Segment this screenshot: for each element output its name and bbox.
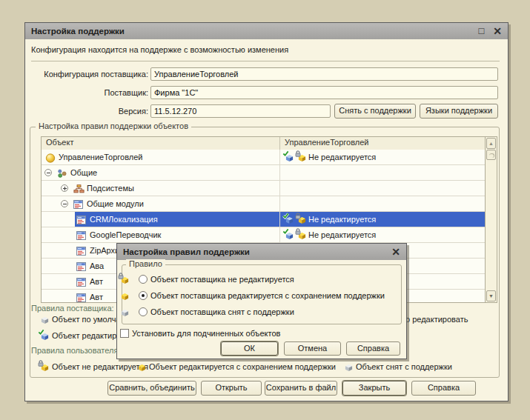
object-name: GoogleПереводчик: [90, 230, 161, 239]
module-icon: [76, 230, 87, 240]
cube-gray-icon: [119, 307, 130, 317]
close-button[interactable]: Закрыть: [342, 381, 406, 396]
close-icon[interactable]: ✕: [493, 23, 502, 39]
dialog-title: Настройка правил поддержки: [123, 247, 382, 256]
cube-gray-icon: [342, 361, 354, 372]
radio-label[interactable]: Объект поставщика не редактируется: [150, 275, 294, 284]
module-icon: [76, 292, 87, 302]
table-row-selected[interactable]: CRMЛокализация Не редактируется: [42, 212, 485, 227]
vendor-label: Поставщик:: [28, 86, 148, 99]
user-rules-title: Правила пользователя:: [31, 346, 120, 355]
module-icon: [76, 245, 87, 256]
support-languages-button[interactable]: Языки поддержки: [420, 104, 498, 119]
object-name: Ава: [90, 261, 104, 270]
table-row[interactable]: Подсистемы: [42, 181, 485, 196]
user-locked-icon: [296, 214, 307, 224]
radio-editable-keep-support[interactable]: [139, 291, 148, 300]
vertical-scrollbar[interactable]: ▲ ▼: [485, 137, 497, 302]
support-rules-dialog: Настройка правил поддержки ✕ Правило Объ…: [116, 243, 407, 359]
table-row[interactable]: Общие: [42, 165, 485, 181]
object-name: УправлениеТорговлей: [59, 153, 142, 161]
scrollbar-thumb[interactable]: [486, 150, 496, 160]
apply-to-subordinate-checkbox[interactable]: [120, 329, 129, 338]
subsystems-icon: [73, 183, 84, 193]
scroll-down-icon[interactable]: ▼: [486, 290, 496, 301]
help-button[interactable]: Справка: [346, 341, 400, 356]
cube-gray-icon: [39, 314, 50, 324]
object-name: Общие: [70, 168, 97, 177]
vendor-editable-icon: [283, 152, 294, 162]
cancel-button[interactable]: Отмена: [284, 341, 341, 356]
object-status: Не редактируется: [308, 153, 376, 161]
object-name: Подсистемы: [87, 184, 134, 193]
support-rules-group-title: Настройка правил поддержки объектов: [36, 121, 191, 130]
object-name: Авт: [90, 293, 103, 301]
dialog-content: Правило Объект поставщика не редактирует…: [117, 260, 406, 359]
column-header-config[interactable]: УправлениеТорговлей: [280, 137, 485, 150]
open-button[interactable]: Открыть: [201, 381, 262, 396]
legend-item: Объект снят с поддержки: [342, 361, 452, 372]
common-modules-icon: [73, 199, 84, 209]
table-row[interactable]: GoogleПереводчик Не редактируется: [42, 227, 485, 243]
cube-yellow-icon: [119, 290, 130, 301]
version-label: Версия:: [28, 104, 148, 118]
cube-check-icon: [39, 330, 50, 341]
table-row[interactable]: Общие модули: [42, 196, 485, 212]
table-header: Объект УправлениеТорговлей: [42, 137, 485, 150]
configuration-root-icon: [44, 152, 56, 162]
scroll-up-icon[interactable]: ▲: [486, 138, 496, 149]
desktop: Настройка поддержки □ ✕ Конфигурация нах…: [0, 0, 530, 420]
checkbox-label[interactable]: Установить для подчиненных объектов: [132, 329, 280, 338]
legend-item: Объект редактируется с сохранением подде…: [136, 361, 336, 372]
common-group-icon: [56, 167, 67, 178]
module-icon: [76, 214, 87, 224]
vendor-editable-icon: [283, 230, 294, 240]
object-status: Не редактируется: [308, 215, 376, 224]
radio-removed-from-support[interactable]: [139, 307, 148, 316]
column-header-object[interactable]: Объект: [42, 137, 280, 150]
radio-not-editable[interactable]: [139, 275, 148, 284]
window-title: Настройка поддержки: [31, 27, 469, 36]
vendor-editable-icon: [283, 214, 294, 224]
vendor-config-label: Конфигурация поставщика:: [28, 67, 148, 81]
close-icon[interactable]: ✕: [391, 244, 400, 260]
save-to-file-button[interactable]: Сохранить в файл: [265, 381, 337, 396]
version-field[interactable]: [150, 104, 331, 118]
window-titlebar[interactable]: Настройка поддержки □ ✕: [25, 23, 508, 39]
cube-yellow-lock-icon: [39, 361, 50, 372]
collapse-icon[interactable]: [61, 200, 68, 207]
remove-support-button[interactable]: Снять с поддержки: [334, 104, 416, 119]
expand-icon[interactable]: [61, 184, 68, 192]
collapse-icon[interactable]: [44, 169, 52, 176]
dialog-titlebar[interactable]: Настройка правил поддержки ✕: [117, 244, 406, 260]
object-name: Авт: [90, 277, 103, 286]
radio-label[interactable]: Объект поставщика редактируется с сохран…: [150, 291, 385, 300]
user-locked-icon: [296, 230, 307, 240]
help-button[interactable]: Справка: [411, 381, 476, 396]
vendor-config-field[interactable]: [150, 67, 498, 81]
divider: [31, 61, 500, 61]
vendor-rules-title: Правила поставщика:: [31, 304, 114, 313]
object-status: Не редактируется: [308, 230, 376, 239]
vendor-field[interactable]: [150, 86, 498, 99]
compare-merge-button[interactable]: Сравнить, объединить: [107, 381, 196, 396]
object-name: Общие модули: [87, 199, 144, 208]
user-locked-icon: [296, 152, 307, 162]
rule-group-title: Правило: [126, 259, 165, 268]
support-status-text: Конфигурация находится на поддержке с во…: [31, 45, 288, 54]
cube-yellow-icon: [136, 361, 147, 372]
legend-item: Объект не редактируется: [39, 361, 148, 372]
object-name: CRMЛокализация: [90, 215, 158, 224]
module-icon: [76, 276, 87, 287]
maximize-icon[interactable]: □: [478, 23, 484, 39]
ok-button[interactable]: ОК: [221, 341, 278, 356]
table-row[interactable]: УправлениеТорговлей Не редактируется: [42, 150, 485, 165]
module-icon: [76, 261, 87, 271]
radio-label[interactable]: Объект поставщика снят с поддержки: [150, 307, 294, 316]
cube-yellow-lock-icon: [119, 274, 130, 284]
